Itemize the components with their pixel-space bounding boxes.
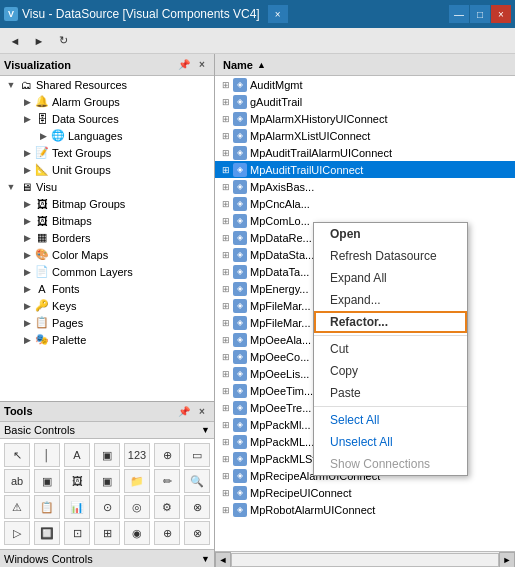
- data-item[interactable]: ⊞◈MpRobotAlarmUIConnect: [215, 501, 515, 518]
- tool-btn-11[interactable]: 📁: [124, 469, 150, 493]
- tool-btn-2[interactable]: A: [64, 443, 90, 467]
- tree-toggle-visu[interactable]: ▼: [4, 178, 18, 195]
- tree-item-alarm[interactable]: ▶🔔Alarm Groups: [0, 93, 214, 110]
- tool-btn-20[interactable]: ⊗: [184, 495, 210, 519]
- tool-btn-25[interactable]: ◉: [124, 521, 150, 545]
- ctx-item-refactor...[interactable]: Refactor...: [314, 311, 467, 333]
- tree-item-visu[interactable]: ▼🖥Visu: [0, 178, 214, 195]
- data-item[interactable]: ⊞◈MpAxisBas...: [215, 178, 515, 195]
- tree-item-pages[interactable]: ▶📋Pages: [0, 314, 214, 331]
- tree-item-palette[interactable]: ▶🎭Palette: [0, 331, 214, 348]
- ctx-item-paste[interactable]: Paste: [314, 382, 467, 404]
- tree-item-languages[interactable]: ▶🌐Languages: [0, 127, 214, 144]
- tool-btn-13[interactable]: 🔍: [184, 469, 210, 493]
- tool-btn-5[interactable]: ⊕: [154, 443, 180, 467]
- tree-toggle-bitmaps[interactable]: ▶: [20, 212, 34, 229]
- tree-item-colormaps[interactable]: ▶🎨Color Maps: [0, 246, 214, 263]
- tool-btn-7[interactable]: ab: [4, 469, 30, 493]
- tree-toggle-unitgroups[interactable]: ▶: [20, 161, 34, 178]
- minimize-btn[interactable]: —: [449, 5, 469, 23]
- tree-item-datasources[interactable]: ▶🗄Data Sources: [0, 110, 214, 127]
- tool-btn-22[interactable]: 🔲: [34, 521, 60, 545]
- data-item[interactable]: ⊞◈MpAlarmXListUIConnect: [215, 127, 515, 144]
- tool-btn-23[interactable]: ⊡: [64, 521, 90, 545]
- tree-toggle-pages[interactable]: ▶: [20, 314, 34, 331]
- tree-label-languages: Languages: [68, 130, 122, 142]
- ctx-item-unselect-all[interactable]: Unselect All: [314, 431, 467, 453]
- ctx-item-copy[interactable]: Copy: [314, 360, 467, 382]
- tree-item-fonts[interactable]: ▶AFonts: [0, 280, 214, 297]
- data-item-label: MpFileMar...: [250, 317, 311, 329]
- data-item[interactable]: ⊞◈gAuditTrail: [215, 93, 515, 110]
- tree-item-bitmaps[interactable]: ▶🖼Bitmaps: [0, 212, 214, 229]
- tool-btn-9[interactable]: 🖼: [64, 469, 90, 493]
- tool-btn-3[interactable]: ▣: [94, 443, 120, 467]
- tree-item-textgroups[interactable]: ▶📝Text Groups: [0, 144, 214, 161]
- refresh-btn[interactable]: ↻: [52, 31, 74, 51]
- ctx-item-select-all[interactable]: Select All: [314, 409, 467, 431]
- forward-btn[interactable]: ►: [28, 31, 50, 51]
- ctx-item-expand...[interactable]: Expand...: [314, 289, 467, 311]
- tree-toggle-languages[interactable]: ▶: [36, 127, 50, 144]
- tools-pin-btn[interactable]: 📌: [176, 403, 192, 419]
- close-tab-btn[interactable]: ×: [268, 5, 288, 23]
- tool-btn-21[interactable]: ▷: [4, 521, 30, 545]
- back-btn[interactable]: ◄: [4, 31, 26, 51]
- close-btn[interactable]: ×: [491, 5, 511, 23]
- tree-toggle-borders[interactable]: ▶: [20, 229, 34, 246]
- tree-item-borders[interactable]: ▶▦Borders: [0, 229, 214, 246]
- data-expand-icon: ⊞: [219, 127, 233, 144]
- tree-toggle-palette[interactable]: ▶: [20, 331, 34, 348]
- tool-btn-16[interactable]: 📊: [64, 495, 90, 519]
- tool-btn-4[interactable]: 123: [124, 443, 150, 467]
- tree-toggle-alarm[interactable]: ▶: [20, 93, 34, 110]
- tool-btn-24[interactable]: ⊞: [94, 521, 120, 545]
- tree-item-commonlayers[interactable]: ▶📄Common Layers: [0, 263, 214, 280]
- tree-item-unitgroups[interactable]: ▶📐Unit Groups: [0, 161, 214, 178]
- tool-btn-14[interactable]: ⚠: [4, 495, 30, 519]
- tool-btn-19[interactable]: ⚙: [154, 495, 180, 519]
- tool-btn-26[interactable]: ⊕: [154, 521, 180, 545]
- tree-toggle-commonlayers[interactable]: ▶: [20, 263, 34, 280]
- scroll-left-btn[interactable]: ◄: [215, 552, 231, 568]
- tree-toggle-shared[interactable]: ▼: [4, 76, 18, 93]
- viz-pin-btn[interactable]: 📌: [176, 57, 192, 73]
- tool-btn-27[interactable]: ⊗: [184, 521, 210, 545]
- tree-item-bitmap[interactable]: ▶🖼Bitmap Groups: [0, 195, 214, 212]
- ctx-item-expand-all[interactable]: Expand All: [314, 267, 467, 289]
- tool-btn-15[interactable]: 📋: [34, 495, 60, 519]
- tree-toggle-fonts[interactable]: ▶: [20, 280, 34, 297]
- tool-btn-18[interactable]: ◎: [124, 495, 150, 519]
- bottom-scrollbar[interactable]: ◄ ►: [215, 551, 515, 567]
- hscroll-track[interactable]: [231, 553, 499, 567]
- tool-btn-17[interactable]: ⊙: [94, 495, 120, 519]
- tools-close-btn[interactable]: ×: [194, 403, 210, 419]
- tree-toggle-colormaps[interactable]: ▶: [20, 246, 34, 263]
- tool-btn-0[interactable]: ↖: [4, 443, 30, 467]
- tree-toggle-keys[interactable]: ▶: [20, 297, 34, 314]
- tree-toggle-textgroups[interactable]: ▶: [20, 144, 34, 161]
- data-item[interactable]: ⊞◈MpRecipeUIConnect: [215, 484, 515, 501]
- data-item[interactable]: ⊞◈AuditMgmt: [215, 76, 515, 93]
- scroll-right-btn[interactable]: ►: [499, 552, 515, 568]
- data-item[interactable]: ⊞◈MpAuditTrailAlarmUIConnect: [215, 144, 515, 161]
- data-item[interactable]: ⊞◈MpAlarmXHistoryUIConnect: [215, 110, 515, 127]
- ctx-item-refresh-datasource[interactable]: Refresh Datasource: [314, 245, 467, 267]
- viz-tree[interactable]: ▼🗂Shared Resources▶🔔Alarm Groups▶🗄Data S…: [0, 76, 214, 401]
- data-item[interactable]: ⊞◈MpCncAla...: [215, 195, 515, 212]
- tool-btn-1[interactable]: │: [34, 443, 60, 467]
- tool-btn-10[interactable]: ▣: [94, 469, 120, 493]
- tree-item-shared[interactable]: ▼🗂Shared Resources: [0, 76, 214, 93]
- data-item[interactable]: ⊞◈MpAuditTrailUIConnect: [215, 161, 515, 178]
- tool-btn-6[interactable]: ▭: [184, 443, 210, 467]
- maximize-btn[interactable]: □: [470, 5, 490, 23]
- tree-toggle-bitmap[interactable]: ▶: [20, 195, 34, 212]
- tree-item-keys[interactable]: ▶🔑Keys: [0, 297, 214, 314]
- ctx-item-cut[interactable]: Cut: [314, 338, 467, 360]
- tool-btn-8[interactable]: ▣: [34, 469, 60, 493]
- tree-toggle-datasources[interactable]: ▶: [20, 110, 34, 127]
- tool-btn-12[interactable]: ✏: [154, 469, 180, 493]
- data-item-label: MpRecipeUIConnect: [250, 487, 352, 499]
- ctx-item-open[interactable]: Open: [314, 223, 467, 245]
- viz-close-btn[interactable]: ×: [194, 57, 210, 73]
